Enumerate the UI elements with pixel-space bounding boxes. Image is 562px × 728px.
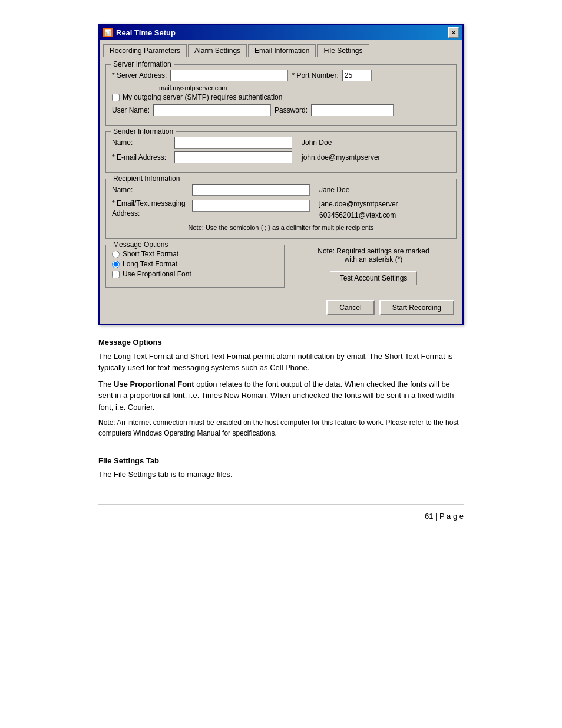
tab-file-settings[interactable]: File Settings [317,44,369,57]
short-text-row: Short Text Format [112,250,278,258]
server-information-group: Server Information * Server Address: * P… [105,64,457,126]
password-input[interactable] [311,104,394,116]
sender-email-display: john.doe@mysmtpserver [302,153,381,162]
username-row: User Name: Password: [112,104,450,116]
page-number: 61 | P a g e [98,510,464,522]
cancel-button[interactable]: Cancel [326,300,374,315]
proportional-font-label: Use Proportional Font [123,270,191,278]
dialog-body: Recording Parameters Alarm Settings Emai… [100,40,462,324]
dialog-icon: 📊 [103,28,113,37]
username-label: User Name: [112,106,150,114]
bottom-section: Message Options Short Text Format Long T… [105,245,457,288]
tab-recording-parameters[interactable]: Recording Parameters [103,44,187,57]
smtp-auth-checkbox[interactable] [112,94,120,101]
password-label: Password: [275,106,308,114]
horizontal-divider [98,504,464,505]
sender-email-label: * E-mail Address: [112,153,171,162]
short-text-label: Short Text Format [123,250,178,258]
tab-alarm-settings[interactable]: Alarm Settings [188,44,247,57]
message-options-para2: The Use Proportional Font option relates… [98,378,464,413]
recipient-note: Note: Use the semicolon { ; } as a delim… [112,224,450,231]
proportional-font-row: Use Proportional Font [112,270,278,278]
sender-email-row: * E-mail Address: john.doe@mysmtpserver [112,151,450,163]
message-options-title: Message Options [111,241,170,249]
text-content-area: Message Options The Long Text Format and… [98,337,464,533]
recipient-info-title: Recipient Information [111,174,182,183]
dialog-title: Real Time Setup [116,28,176,37]
dialog-titlebar: 📊 Real Time Setup × [100,25,462,40]
long-text-label: Long Text Format [123,260,177,268]
recipient-email-display1: jane.doe@mysmtpserver [319,199,398,210]
sender-name-display: John Doe [302,139,332,147]
long-text-radio[interactable] [112,261,120,268]
real-time-setup-dialog: 📊 Real Time Setup × Recording Parameters… [98,24,464,325]
sender-name-row: Name: John Doe [112,137,450,149]
dialog-footer: Cancel Start Recording [103,295,459,320]
sender-name-input[interactable] [174,137,292,149]
server-address-input[interactable] [170,70,288,81]
proportional-font-checkbox[interactable] [112,271,120,278]
long-text-row: Long Text Format [112,260,278,268]
start-recording-button[interactable]: Start Recording [379,300,454,315]
smtp-auth-label: My outgoing server (SMTP) requires authe… [123,93,282,101]
recipient-name-row: Name: Jane Doe [112,184,450,196]
recipient-email-row: * Email/Text messagingAddress: jane.doe@… [112,199,450,221]
recipient-email-input[interactable] [192,200,310,212]
recipient-information-group: Recipient Information Name: Jane Doe * E… [105,179,457,239]
recipient-name-input[interactable] [192,184,310,196]
port-label: * Port Number: [292,71,338,80]
recipient-name-label: Name: [112,186,189,194]
port-input[interactable] [342,70,372,81]
close-button[interactable]: × [448,27,459,38]
smtp-auth-row: My outgoing server (SMTP) requires authe… [112,93,450,101]
username-input[interactable] [153,104,271,116]
message-options-group: Message Options Short Text Format Long T… [105,245,285,288]
file-settings-heading: File Settings Tab [98,455,464,467]
server-address-row: * Server Address: * Port Number: [112,70,450,81]
note-and-button-area: Note: Required settings are markedwith a… [290,245,457,288]
tab-content-email: Server Information * Server Address: * P… [103,62,459,295]
smtp-hint: mail.mysmtpserver.com [159,84,450,91]
tab-email-information[interactable]: Email Information [248,44,316,57]
sender-email-input[interactable] [174,151,292,163]
message-options-heading: Message Options [98,337,464,348]
tab-bar: Recording Parameters Alarm Settings Emai… [103,44,459,57]
message-options-para3: Note: An internet connection must be ena… [98,417,464,439]
recipient-email-display2: 6034562011@vtext.com [319,210,398,221]
file-settings-para1: The File Settings tab is to manage files… [98,469,464,480]
test-account-settings-button[interactable]: Test Account Settings [330,271,418,285]
dialog-title-left: 📊 Real Time Setup [103,28,176,37]
recipient-name-display: Jane Doe [319,186,349,194]
server-info-title: Server Information [111,60,174,68]
server-address-label: * Server Address: [112,71,167,80]
note-required-text: Note: Required settings are markedwith a… [290,247,457,263]
sender-information-group: Sender Information Name: John Doe * E-ma… [105,131,457,173]
short-text-radio[interactable] [112,251,120,258]
sender-name-label: Name: [112,139,171,147]
message-options-para1: The Long Text Format and Short Text Form… [98,351,464,374]
sender-info-title: Sender Information [111,127,176,136]
recipient-email-label: * Email/Text messagingAddress: [112,199,189,219]
